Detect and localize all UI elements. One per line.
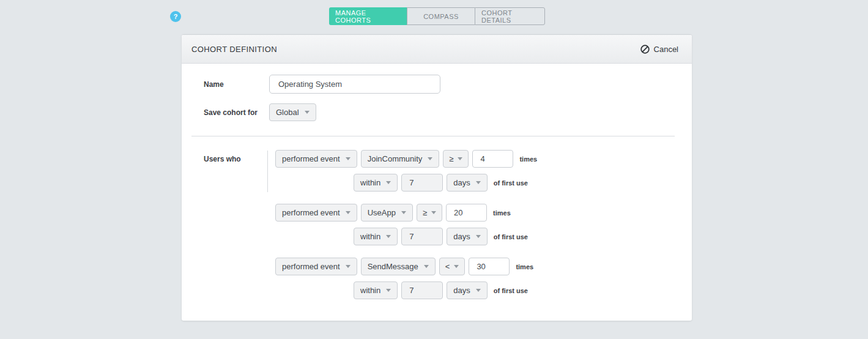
- condition-recency-row: within days of first use: [354, 281, 675, 299]
- save-cohort-for-dropdown[interactable]: Global: [269, 103, 316, 121]
- cancel-button[interactable]: Cancel: [640, 45, 678, 54]
- chevron-down-icon: [346, 157, 351, 160]
- duration-input[interactable]: [401, 281, 443, 299]
- condition-row: performed event UseApp ≥ times: [275, 204, 675, 222]
- conditions-section: Users who performed event JoinCommunity: [204, 150, 675, 299]
- chevron-down-icon: [346, 211, 351, 214]
- duration-input[interactable]: [401, 228, 443, 245]
- chevron-down-icon: [386, 289, 391, 292]
- operator-dropdown[interactable]: ≥: [417, 204, 442, 222]
- chevron-down-icon: [386, 235, 391, 238]
- dropdown-value: <: [445, 262, 450, 271]
- times-label: times: [516, 263, 533, 270]
- recency-dropdown[interactable]: within: [354, 174, 398, 192]
- condition-recency-row: within days of first use: [354, 174, 675, 192]
- tab-label: MANAGE COHORTS: [335, 9, 401, 24]
- help-button[interactable]: ?: [170, 11, 181, 22]
- name-label: Name: [204, 80, 269, 89]
- action-dropdown[interactable]: performed event: [275, 150, 357, 168]
- times-label: times: [493, 209, 511, 217]
- of-first-use-label: of first use: [494, 179, 528, 187]
- panel-header: COHORT DEFINITION Cancel: [182, 35, 692, 64]
- tab-manage-cohorts[interactable]: MANAGE COHORTS: [329, 7, 407, 25]
- dropdown-value: ≥: [423, 208, 427, 217]
- chevron-down-icon: [458, 157, 462, 160]
- count-input[interactable]: [469, 258, 510, 275]
- dropdown-value: days: [453, 286, 470, 295]
- chevron-down-icon: [428, 157, 432, 160]
- cancel-icon: [640, 45, 650, 54]
- save-cohort-for-label: Save cohort for: [204, 108, 269, 117]
- recency-dropdown[interactable]: within: [354, 228, 398, 245]
- dropdown-value: SendMessage: [368, 262, 418, 271]
- chevron-down-icon: [386, 181, 391, 184]
- condition-groups: performed event JoinCommunity ≥ times: [275, 150, 675, 299]
- dropdown-value: ≥: [449, 154, 453, 163]
- chevron-down-icon: [346, 265, 351, 268]
- condition-group: performed event SendMessage < times: [275, 258, 675, 299]
- event-dropdown[interactable]: UseApp: [361, 204, 413, 222]
- dropdown-value: days: [453, 178, 470, 187]
- name-input[interactable]: [269, 75, 440, 94]
- duration-input[interactable]: [401, 174, 443, 192]
- operator-dropdown[interactable]: <: [439, 258, 466, 275]
- tab-compass[interactable]: COMPASS: [407, 7, 475, 25]
- times-label: times: [519, 155, 537, 163]
- cohort-definition-panel: COHORT DEFINITION Cancel Name Save cohor…: [182, 34, 692, 321]
- chevron-down-icon: [476, 235, 481, 238]
- save-cohort-for-row: Save cohort for Global: [204, 103, 675, 121]
- dropdown-value: within: [360, 178, 380, 187]
- tab-label: COMPASS: [423, 13, 459, 20]
- question-mark-icon: ?: [174, 13, 178, 20]
- condition-group-connector: [267, 151, 268, 192]
- dropdown-value: JoinCommunity: [368, 154, 423, 163]
- users-who-label: Users who: [204, 155, 241, 163]
- condition-row: performed event SendMessage < times: [275, 258, 675, 275]
- dropdown-value: performed event: [282, 208, 340, 217]
- count-input[interactable]: [472, 150, 513, 168]
- of-first-use-label: of first use: [494, 233, 528, 240]
- action-dropdown[interactable]: performed event: [275, 204, 357, 222]
- tab-bar: MANAGE COHORTS COMPASS COHORT DETAILS: [329, 7, 545, 25]
- chevron-down-icon: [476, 289, 481, 292]
- condition-group: performed event UseApp ≥ times: [275, 204, 675, 245]
- event-dropdown[interactable]: JoinCommunity: [361, 150, 440, 168]
- chevron-down-icon: [431, 211, 436, 214]
- dropdown-value: UseApp: [368, 208, 396, 217]
- chevron-down-icon: [454, 265, 459, 268]
- dropdown-value: within: [360, 286, 380, 295]
- condition-recency-row: within days of first use: [354, 228, 675, 245]
- dropdown-value: Global: [276, 108, 299, 117]
- tab-cohort-details[interactable]: COHORT DETAILS: [475, 7, 545, 25]
- count-input[interactable]: [446, 204, 487, 222]
- divider: [191, 136, 675, 136]
- condition-group: performed event JoinCommunity ≥ times: [275, 150, 675, 192]
- dropdown-value: within: [360, 232, 380, 241]
- page: { "help_button": { "label": "?" }, "tab_…: [0, 0, 868, 339]
- dropdown-value: days: [453, 232, 470, 241]
- panel-title: COHORT DEFINITION: [191, 45, 277, 54]
- unit-dropdown[interactable]: days: [447, 281, 487, 299]
- tab-label: COHORT DETAILS: [481, 9, 538, 24]
- cancel-label: Cancel: [654, 45, 678, 54]
- panel-body: Name Save cohort for Global Users who pe: [182, 64, 692, 299]
- dropdown-value: performed event: [282, 262, 340, 271]
- condition-row: performed event JoinCommunity ≥ times: [275, 150, 675, 168]
- recency-dropdown[interactable]: within: [354, 281, 398, 299]
- chevron-down-icon: [401, 211, 406, 214]
- action-dropdown[interactable]: performed event: [275, 258, 357, 275]
- unit-dropdown[interactable]: days: [447, 228, 487, 245]
- name-row: Name: [204, 75, 675, 94]
- event-dropdown[interactable]: SendMessage: [361, 258, 436, 275]
- chevron-down-icon: [305, 111, 310, 114]
- of-first-use-label: of first use: [494, 287, 528, 294]
- dropdown-value: performed event: [282, 154, 340, 163]
- chevron-down-icon: [476, 181, 481, 184]
- unit-dropdown[interactable]: days: [447, 174, 487, 192]
- operator-dropdown[interactable]: ≥: [443, 150, 469, 168]
- chevron-down-icon: [424, 265, 429, 268]
